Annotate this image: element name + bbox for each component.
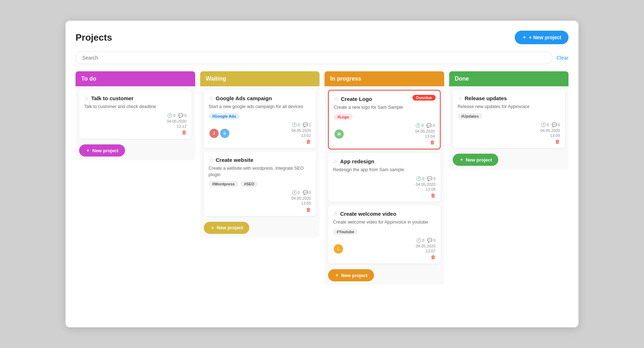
star-icon[interactable]: ☆ xyxy=(209,95,214,102)
clock-icon: 🕐 xyxy=(167,113,172,118)
delete-icon[interactable]: 🗑 xyxy=(431,193,436,198)
card-footer: JS🕐0💬104.05.2020 13:02🗑 xyxy=(209,122,311,145)
clock-group: 🕐0 xyxy=(292,190,300,195)
new-project-button-inprogress[interactable]: ＋ New project xyxy=(328,269,374,281)
plus-icon: ＋ xyxy=(522,34,527,41)
card-title-row: ☆Talk to customer xyxy=(84,95,187,102)
new-project-button-waiting[interactable]: ＋ New project xyxy=(204,222,250,234)
star-icon[interactable]: ☆ xyxy=(84,95,89,102)
card-desc: Redesign the app from Sam sample xyxy=(333,167,436,173)
card-date: 04.05.2020 13:08 xyxy=(416,182,435,192)
search-input[interactable] xyxy=(76,51,552,64)
delete-icon[interactable]: 🗑 xyxy=(306,139,311,144)
card-tag[interactable]: #SEO xyxy=(240,181,258,187)
card-tag[interactable]: #Google Ads xyxy=(209,113,240,119)
comment-count: 0 xyxy=(433,176,435,181)
card-meta-left: L xyxy=(333,244,344,254)
comment-icon: 💬 xyxy=(426,123,432,128)
column-done: Done☆Release updatesRelease new updates … xyxy=(449,71,569,169)
comment-count: 0 xyxy=(184,113,186,118)
clock-icon: 🕐 xyxy=(415,123,421,128)
clock-icon: 🕐 xyxy=(292,190,297,195)
delete-icon[interactable]: 🗑 xyxy=(306,207,311,213)
comment-count: 0 xyxy=(433,238,435,242)
card-meta-icons: 🕐0💬0 xyxy=(416,176,435,181)
delete-icon[interactable]: 🗑 xyxy=(555,139,560,144)
card-avatars: M xyxy=(334,129,344,139)
comment-group: 💬0 xyxy=(303,190,311,195)
card-tag[interactable]: #Youtube xyxy=(333,229,358,235)
card-create-logo: Overdue☆Create LogoCreate a new logo for… xyxy=(328,90,441,149)
comment-icon: 💬 xyxy=(427,238,432,243)
delete-icon[interactable]: 🗑 xyxy=(182,129,187,135)
new-project-button-done[interactable]: ＋ New project xyxy=(453,154,499,166)
card-tag[interactable]: #Updates xyxy=(458,113,483,119)
column-cards-done: ☆Release updatesRelease new updates for … xyxy=(449,86,569,150)
card-app-redesign: ☆App redesignRedesign the app from Sam s… xyxy=(328,153,441,202)
card-title: Create website xyxy=(216,157,254,163)
card-release-updates: ☆Release updatesRelease new updates for … xyxy=(453,90,565,148)
clock-group: 🕐0 xyxy=(292,122,300,127)
card-create-welcome-video: ☆Create welcome videoCreate welcome vide… xyxy=(328,205,441,263)
column-inprogress: In progressOverdue☆Create LogoCreate a n… xyxy=(324,71,444,285)
card-create-website: ☆Create websiteCreate a website with wor… xyxy=(204,152,316,216)
card-tags: #Youtube xyxy=(333,229,436,235)
plus-icon: ＋ xyxy=(334,272,339,278)
column-footer-done: ＋ New project xyxy=(449,150,569,169)
clock-icon: 🕐 xyxy=(541,122,546,127)
comment-group: 💬0 xyxy=(178,113,186,118)
star-icon[interactable]: ☆ xyxy=(333,210,338,217)
column-cards-inprogress: Overdue☆Create LogoCreate a new logo for… xyxy=(324,86,444,266)
card-title: Release updates xyxy=(465,95,507,101)
board: To do☆Talk to customerTalk to customer a… xyxy=(76,71,568,285)
comment-count: 0 xyxy=(558,123,560,127)
card-desc: Talk to customer and check deadline xyxy=(84,104,187,110)
card-title-row: ☆Google Ads campaign xyxy=(209,95,311,102)
search-bar-row: Clear xyxy=(76,51,568,64)
card-tags: #Wordpress#SEO xyxy=(209,181,311,187)
clock-count: 0 xyxy=(298,190,300,195)
clock-count: 0 xyxy=(421,123,424,128)
comment-icon: 💬 xyxy=(178,113,183,118)
plus-icon: ＋ xyxy=(85,147,90,154)
card-meta-icons: 🕐0💬0 xyxy=(415,123,435,128)
card-google-ads: ☆Google Ads campaignStart a new google a… xyxy=(204,90,316,148)
card-meta-right: 🕐0💬004.05.2020 13:07🗑 xyxy=(416,238,435,260)
clock-icon: 🕐 xyxy=(416,176,421,181)
card-meta-left: M xyxy=(334,129,344,139)
star-icon[interactable]: ☆ xyxy=(333,158,338,165)
card-title: Create welcome video xyxy=(340,211,396,217)
new-project-col-label: New project xyxy=(341,273,368,278)
avatar: M xyxy=(334,129,344,139)
comment-icon: 💬 xyxy=(303,122,308,127)
column-header-todo: To do xyxy=(76,71,195,86)
card-avatars: L xyxy=(333,244,344,254)
card-title-row: ☆Release updates xyxy=(458,95,560,102)
star-icon[interactable]: ☆ xyxy=(458,95,463,102)
card-tag[interactable]: #Wordpress xyxy=(209,181,238,187)
overdue-badge: Overdue xyxy=(412,95,436,101)
comment-count: 0 xyxy=(309,190,311,195)
new-project-header-button[interactable]: ＋ + New project xyxy=(515,31,568,44)
column-cards-waiting: ☆Google Ads campaignStart a new google a… xyxy=(200,86,320,218)
star-icon[interactable]: ☆ xyxy=(209,157,214,163)
column-footer-todo: ＋ New project xyxy=(76,141,195,160)
star-icon[interactable]: ☆ xyxy=(334,96,339,102)
delete-icon[interactable]: 🗑 xyxy=(430,139,435,145)
column-header-done: Done xyxy=(449,71,569,86)
column-header-waiting: Waiting xyxy=(200,71,320,86)
card-meta-icons: 🕐0💬0 xyxy=(292,190,311,195)
card-meta-left: JS xyxy=(209,128,230,139)
card-desc: Create a website with wordpress. Integra… xyxy=(209,165,311,178)
card-footer: 🕐0💬004.05.2020 13:09🗑 xyxy=(458,122,560,145)
avatar: J xyxy=(209,128,219,139)
column-header-inprogress: In progress xyxy=(324,71,444,86)
card-desc: Release new updates for Appinvoice xyxy=(458,104,560,110)
new-project-col-label: New project xyxy=(466,157,492,163)
new-project-button-todo[interactable]: ＋ New project xyxy=(79,144,125,157)
clear-button[interactable]: Clear xyxy=(557,55,568,61)
card-date: 04.05.2020 13:12 xyxy=(167,119,186,129)
delete-icon[interactable]: 🗑 xyxy=(431,254,436,260)
card-tag[interactable]: #Logo xyxy=(334,114,353,120)
clock-group: 🕐0 xyxy=(167,113,175,118)
